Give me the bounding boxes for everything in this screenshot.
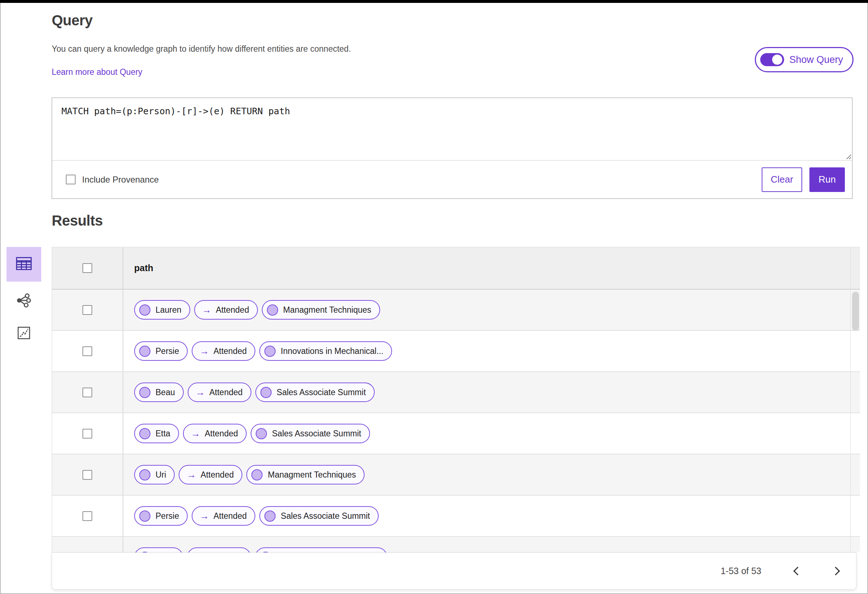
target-label: Managment Techniques — [268, 470, 356, 480]
row-checkbox[interactable] — [83, 388, 92, 397]
run-button[interactable]: Run — [809, 167, 845, 192]
top-black-bar — [0, 0, 868, 3]
relation-label: Attended — [210, 388, 243, 397]
entity-pill[interactable]: Persie — [134, 506, 188, 526]
row-checkbox[interactable] — [83, 346, 92, 356]
node-circle-icon — [267, 304, 278, 315]
table-row: Larry → Attended Innovations in Mechanic… — [52, 537, 860, 553]
target-pill[interactable]: Sales Associate Summit — [251, 424, 370, 443]
table-row: Beau → Attended Sales Associate Summit — [52, 372, 860, 413]
node-circle-icon — [251, 469, 263, 481]
relation-pill[interactable]: → Attended — [192, 506, 255, 526]
node-circle-icon — [264, 510, 276, 522]
row-checkbox[interactable] — [83, 305, 92, 315]
include-provenance-label: Include Provenance — [82, 175, 159, 185]
learn-more-link[interactable]: Learn more about Query — [52, 67, 143, 77]
view-switcher — [6, 247, 41, 347]
node-circle-icon — [256, 428, 267, 439]
table-view-button[interactable] — [6, 247, 41, 282]
target-pill[interactable]: Sales Associate Summit — [255, 383, 375, 402]
table-row: Persie → Attended Innovations in Mechani… — [52, 331, 860, 372]
relation-pill[interactable]: → Attended — [194, 300, 258, 320]
entity-pill[interactable]: Uri — [134, 465, 175, 485]
results-table: path Lauren → Attended Managment Techniq… — [52, 247, 860, 553]
toggle-knob — [772, 55, 782, 65]
node-circle-icon — [139, 428, 151, 439]
show-query-label: Show Query — [789, 54, 843, 65]
entity-pill[interactable]: Beau — [134, 383, 184, 402]
relation-label: Attended — [200, 470, 234, 480]
row-checkbox[interactable] — [83, 470, 92, 480]
node-circle-icon — [260, 387, 272, 398]
node-circle-icon — [139, 346, 151, 357]
include-provenance-checkbox[interactable] — [66, 175, 75, 184]
chart-view-button[interactable] — [6, 321, 41, 347]
include-provenance[interactable]: Include Provenance — [66, 175, 159, 185]
scrollbar-track — [850, 247, 851, 553]
row-checkbox[interactable] — [83, 429, 92, 439]
select-all-checkbox[interactable] — [83, 263, 92, 273]
table-header-row: path — [52, 247, 860, 290]
arrow-icon: → — [191, 428, 200, 439]
target-label: Sales Associate Summit — [272, 429, 361, 439]
query-description: You can query a knowledge graph to ident… — [52, 44, 351, 54]
relation-label: Attended — [216, 305, 249, 315]
query-editor-panel: MATCH path=(p:Person)-[r]->(e) RETURN pa… — [52, 97, 852, 199]
pagination-range: 1-53 of 53 — [720, 566, 761, 576]
show-query-toggle[interactable]: Show Query — [755, 47, 853, 72]
network-graph-icon — [16, 293, 31, 310]
scrollbar-thumb[interactable] — [852, 292, 859, 331]
table-row: Etta → Attended Sales Associate Summit — [52, 413, 860, 454]
relation-pill[interactable]: → Attended — [183, 424, 247, 443]
table-row: Lauren → Attended Managment Techniques — [52, 290, 860, 331]
relation-pill[interactable]: → Attended — [192, 341, 255, 361]
arrow-icon: → — [187, 469, 196, 481]
node-circle-icon — [139, 469, 151, 481]
target-label: Sales Associate Summit — [280, 511, 370, 521]
graph-view-button[interactable] — [6, 288, 41, 314]
target-label: Innovations in Mechanical... — [280, 346, 383, 356]
target-pill[interactable]: Sales Associate Summit — [259, 506, 379, 526]
node-circle-icon — [264, 346, 276, 357]
node-circle-icon — [139, 510, 151, 522]
chevron-left-icon[interactable] — [793, 566, 802, 575]
arrow-icon: → — [202, 304, 211, 315]
entity-label: Persie — [155, 511, 179, 521]
relation-label: Attended — [213, 511, 247, 521]
row-checkbox[interactable] — [83, 511, 92, 521]
entity-label: Lauren — [155, 305, 182, 315]
toggle-switch-icon[interactable] — [760, 53, 784, 66]
query-footer: Include Provenance Clear Run — [52, 160, 852, 199]
entity-label: Uri — [155, 470, 166, 480]
relation-pill[interactable]: → Attended — [187, 547, 251, 553]
target-pill[interactable]: Innovations in Mechanical... — [255, 547, 388, 553]
relation-pill[interactable]: → Attended — [188, 383, 251, 402]
relation-label: Attended — [205, 429, 238, 439]
entity-pill[interactable]: Lauren — [134, 300, 190, 320]
target-pill[interactable]: Managment Techniques — [262, 300, 380, 320]
target-label: Sales Associate Summit — [277, 388, 366, 397]
table-row: Uri → Attended Managment Techniques — [52, 454, 860, 496]
target-label: Managment Techniques — [283, 305, 371, 315]
table-row: Persie → Attended Sales Associate Summit — [52, 496, 860, 537]
arrow-icon: → — [200, 346, 209, 357]
entity-label: Etta — [155, 429, 170, 439]
relation-pill[interactable]: → Attended — [179, 465, 242, 485]
entity-pill[interactable]: Persie — [134, 341, 188, 361]
entity-label: Persie — [155, 346, 179, 356]
clear-button[interactable]: Clear — [762, 167, 802, 192]
pagination-bar: 1-53 of 53 — [52, 553, 856, 590]
results-title: Results — [52, 212, 103, 229]
query-title: Query — [52, 12, 93, 28]
arrow-icon: → — [196, 387, 205, 398]
entity-pill[interactable]: Etta — [134, 424, 179, 443]
query-input[interactable]: MATCH path=(p:Person)-[r]->(e) RETURN pa… — [52, 98, 852, 160]
entity-pill[interactable]: Larry — [134, 547, 183, 553]
target-pill[interactable]: Innovations in Mechanical... — [259, 341, 392, 361]
target-pill[interactable]: Managment Techniques — [246, 465, 365, 485]
relation-label: Attended — [213, 346, 247, 356]
arrow-icon: → — [200, 510, 209, 522]
chevron-right-icon[interactable] — [831, 566, 840, 575]
table-body: Lauren → Attended Managment Techniques P… — [52, 290, 860, 553]
entity-label: Beau — [155, 388, 175, 397]
